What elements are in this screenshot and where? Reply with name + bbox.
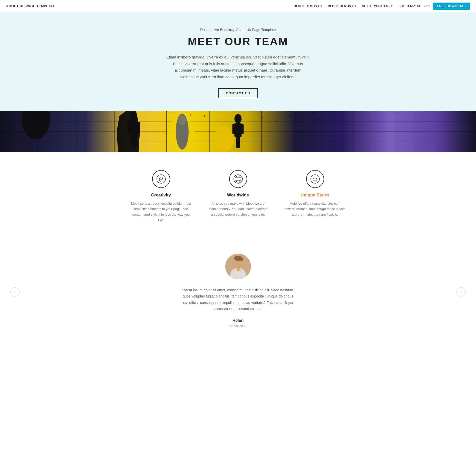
svg-point-35 xyxy=(304,125,305,126)
feature-worldwide-title: Worldwide xyxy=(227,193,249,198)
navbar-brand[interactable]: ABOUT US PAGE TEMPLATE xyxy=(6,4,55,8)
creativity-icon xyxy=(152,170,170,188)
svg-point-48 xyxy=(316,178,317,179)
svg-rect-28 xyxy=(134,134,137,147)
navbar: ABOUT US PAGE TEMPLATE BLOCK DEMOS 1 ▾ B… xyxy=(0,0,476,12)
testimonial-section: Lorem ipsum dolor sit amet, consectetur … xyxy=(0,238,476,346)
avatar-image xyxy=(225,254,251,279)
testimonial-prev-button[interactable]: ‹ xyxy=(10,287,20,296)
banner-image xyxy=(0,111,476,152)
feature-creativity-title: Creativity xyxy=(151,193,171,198)
hero-title: MEET OUR TEAM xyxy=(5,35,471,48)
svg-rect-21 xyxy=(237,136,240,148)
avatar xyxy=(225,254,251,279)
svg-point-36 xyxy=(318,118,320,120)
feature-creativity-desc: Mobirise is an easy website builder - ju… xyxy=(130,201,192,223)
nav-block-demos-2[interactable]: BLOCK DEMOS 2 ▾ xyxy=(325,3,358,9)
features-section: Creativity Mobirise is an easy website b… xyxy=(0,152,476,238)
svg-point-31 xyxy=(178,115,186,125)
testimonial-next-button[interactable]: › xyxy=(456,287,466,296)
svg-point-34 xyxy=(290,115,291,116)
hero-section: Responsive Bootstrap About Us Page Templ… xyxy=(0,12,476,111)
svg-rect-17 xyxy=(235,123,242,137)
nav-block-demos-1[interactable]: BLOCK DEMOS 1 ▾ xyxy=(291,3,324,9)
banner-svg xyxy=(0,111,476,152)
chevron-down-icon: ▾ xyxy=(428,5,430,7)
chevron-down-icon: ▾ xyxy=(320,5,322,7)
contact-us-button[interactable]: CONTACT US xyxy=(218,88,258,98)
features-grid: Creativity Mobirise is an easy website b… xyxy=(10,170,466,223)
svg-point-47 xyxy=(313,178,314,179)
testimonial-name: Helen xyxy=(5,318,471,323)
svg-point-40 xyxy=(190,114,191,116)
svg-point-46 xyxy=(311,175,319,183)
svg-rect-24 xyxy=(129,121,138,135)
svg-rect-26 xyxy=(137,122,140,133)
svg-rect-18 xyxy=(232,124,236,134)
navbar-nav: BLOCK DEMOS 1 ▾ BLOCK DEMOS 2 ▾ SITE TEM… xyxy=(291,3,470,10)
feature-unique-styles-title: Unique Styles xyxy=(300,193,329,198)
feature-worldwide: Worldwide All sites you make with Mobiri… xyxy=(207,170,269,223)
hero-body: Etiam in libero gravida, viverra ex eu, … xyxy=(166,54,310,80)
feature-worldwide-desc: All sites you make with Mobirise are mob… xyxy=(207,201,269,217)
svg-point-32 xyxy=(261,117,263,118)
svg-point-15 xyxy=(213,126,234,152)
unique-styles-icon xyxy=(306,170,324,188)
worldwide-icon xyxy=(229,170,247,188)
feature-unique-styles: Unique Styles Mobirise offers many site … xyxy=(284,170,346,223)
chevron-down-icon: ▾ xyxy=(355,5,356,7)
feature-creativity: Creativity Mobirise is an easy website b… xyxy=(130,170,192,223)
svg-point-16 xyxy=(235,114,242,123)
svg-point-23 xyxy=(130,112,137,121)
svg-point-52 xyxy=(239,258,244,261)
feature-unique-styles-desc: Mobirise offers many site blocks in seve… xyxy=(284,201,346,217)
svg-point-38 xyxy=(204,115,206,117)
testimonial-role: DESIGNER xyxy=(5,324,471,328)
testimonial-text: Lorem ipsum dolor sit amet, consectetur … xyxy=(182,287,295,312)
svg-point-37 xyxy=(333,114,334,116)
nav-site-templates-2[interactable]: SITE TEMPLATES 2 ▾ xyxy=(396,3,432,9)
svg-point-39 xyxy=(218,120,219,121)
svg-rect-55 xyxy=(237,267,240,271)
svg-rect-25 xyxy=(127,122,130,133)
free-download-button[interactable]: FREE DOWNLOAD xyxy=(433,3,470,10)
chevron-down-icon: ▾ xyxy=(391,5,392,7)
hero-subtitle: Responsive Bootstrap About Us Page Templ… xyxy=(5,28,471,32)
nav-site-templates-1[interactable]: SITE TEMPLATES - ▾ xyxy=(360,3,395,9)
svg-rect-27 xyxy=(131,134,134,147)
svg-point-33 xyxy=(275,121,277,122)
svg-rect-19 xyxy=(241,124,244,134)
svg-point-41 xyxy=(157,175,166,183)
svg-point-42 xyxy=(160,180,161,181)
